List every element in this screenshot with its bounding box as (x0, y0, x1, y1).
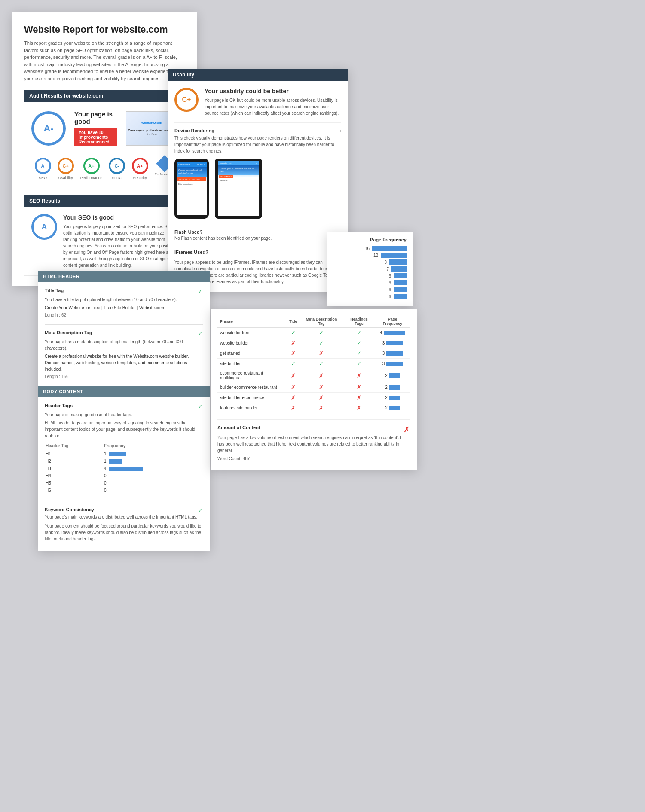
meta-desc-header-row: Meta Description Tag ✓ (45, 330, 203, 337)
freq-bar (109, 467, 143, 471)
header-tag-label: H5 (46, 480, 103, 486)
html-header-content: Title Tag ✓ You have a title tag of opti… (38, 282, 210, 551)
cross-icon: ✗ (357, 405, 361, 411)
iframe-title: iFrames Used? (174, 250, 208, 255)
cross-icon: ✗ (319, 384, 324, 391)
check-icon: ✓ (319, 330, 324, 336)
usability-text-block: Your usability could be better Your page… (205, 88, 341, 116)
cross-icon: ✗ (319, 372, 324, 379)
freq-bar (109, 452, 126, 456)
header-tag-label: H2 (46, 458, 103, 464)
audit-grade-area: A- Your page is good You have 10 Improve… (31, 110, 177, 146)
social-grade-circle: C- (109, 158, 125, 174)
seo-content: A Your SEO is good Your page is largely … (24, 207, 185, 276)
kw-freq-bar (389, 385, 400, 390)
seo-grade-label: SEO (39, 176, 47, 180)
tablet-mockup: website.com≡ Create your professional we… (215, 159, 262, 219)
phrase-cell: site builder ecommerce (217, 393, 287, 403)
freq-num: 8 (379, 260, 387, 265)
freq-bar (372, 246, 407, 251)
freq-bar-container: 0 (104, 473, 202, 478)
table-row: H6 0 (46, 487, 202, 494)
flash-used-content: Flash Used? No Flash content has been id… (174, 229, 272, 241)
headings-cell: ✓ (343, 348, 375, 359)
seo-grade-circle: A (35, 158, 51, 174)
grade-text: Your page is good (74, 110, 117, 125)
title-tag-title: Title Tag (45, 288, 64, 293)
cross-icon: ✗ (357, 394, 361, 401)
keyword-desc: Your page's main keywords are distribute… (45, 514, 203, 520)
meta-cell: ✗ (300, 348, 343, 359)
keyword-check: ✓ (198, 507, 203, 514)
table-row: website for free ✓ ✓ ✓ 4 (217, 328, 410, 338)
usability-grade-val: C+ (182, 96, 191, 104)
check-icon: ✓ (319, 360, 324, 367)
main-grade-circle: A- (31, 111, 66, 146)
kw-freq-bar (384, 331, 405, 335)
meta-desc-value: Create a professional website for free w… (45, 353, 203, 372)
body-content-bar: BODY CONTENT (38, 386, 210, 397)
phrase-cell: website for free (217, 328, 287, 338)
freq-bar (389, 259, 407, 265)
security-grade-label: Security (133, 176, 147, 180)
kw-freq-bar (389, 406, 400, 410)
freq-bar-container: 0 (104, 481, 202, 485)
freq-bar (109, 459, 122, 464)
header-tag-label: H6 (46, 487, 103, 494)
title-cell: ✗ (287, 338, 300, 348)
device-rendering-title: Device Rendering (174, 128, 214, 133)
flash-desc: No Flash content has been identified on … (174, 236, 272, 241)
meta-cell: ✗ (300, 393, 343, 403)
device-rendering-section: Device Rendering i This check visually d… (174, 122, 341, 219)
usability-grade: C+ (62, 163, 68, 168)
table-row: get started ✗ ✗ ✓ 3 (217, 348, 410, 359)
html-header-bar: HTML HEADER (38, 271, 210, 282)
title-cell: ✓ (287, 359, 300, 369)
header-tag-label: H4 (46, 473, 103, 479)
device-rendering-desc: This check visually demonstrates how you… (174, 135, 341, 154)
freq-num: 2 (385, 373, 388, 378)
device-screenshots: website.comMENU ≡ Create your profession… (174, 159, 341, 219)
cross-icon: ✗ (291, 372, 296, 379)
headings-cell: ✗ (343, 382, 375, 393)
keyword-consistency-section: Keyword Consistency ✓ Your page's main k… (45, 507, 203, 542)
title-cell: ✗ (287, 382, 300, 393)
title-cell: ✗ (287, 403, 300, 413)
freq-value: 0 (104, 473, 107, 478)
freq-cell: 2 (375, 382, 410, 393)
seo-grade: A (41, 163, 45, 168)
cross-icon: ✗ (291, 384, 296, 391)
freq-bar (394, 294, 407, 299)
check-icon: ✓ (291, 360, 296, 367)
header-tags-table: Header Tag Frequency H1 1 H2 1 H3 4 (45, 443, 203, 495)
sub-grade-usability: C+ Usability (58, 158, 74, 180)
headings-cell: ✗ (343, 393, 375, 403)
meta-desc-check: ✓ (198, 330, 203, 337)
usability-content: C+ Your usability could be better Your p… (168, 81, 348, 292)
cross-icon: ✗ (319, 350, 324, 357)
freq-value: 0 (104, 488, 107, 493)
kw-freq-bar (386, 341, 403, 345)
kw-freq-bar (386, 362, 403, 366)
table-row: site builder ecommerce ✗ ✗ ✗ 2 (217, 393, 410, 403)
freq-num: 6 (383, 281, 391, 285)
usability-header: Usability (168, 69, 348, 81)
freq-bar-container: 1 (104, 459, 202, 464)
divider1 (45, 324, 203, 325)
cross-icon: ✗ (319, 405, 324, 411)
freq-chart-row: 8 (333, 259, 407, 265)
freq-value: 4 (104, 466, 107, 471)
freq-num: 2 (385, 395, 388, 400)
usability-card: Usability C+ Your usability could be bet… (168, 69, 348, 292)
phrase-cell: website builder (217, 338, 287, 348)
title-tag-length: Length : 62 (45, 312, 203, 318)
check-icon: ✓ (291, 330, 296, 336)
header-tag-freq: 1 (104, 458, 202, 464)
performance-grade: A+ (88, 163, 94, 168)
keyword-title: Keyword Consistency (45, 507, 94, 512)
freq-chart-row: 6 (333, 273, 407, 278)
phone-screen: website.comMENU ≡ Create your profession… (177, 162, 207, 215)
title-cell: ✗ (287, 348, 300, 359)
meta-cell: ✓ (300, 328, 343, 338)
security-grade-circle: A+ (132, 158, 148, 174)
